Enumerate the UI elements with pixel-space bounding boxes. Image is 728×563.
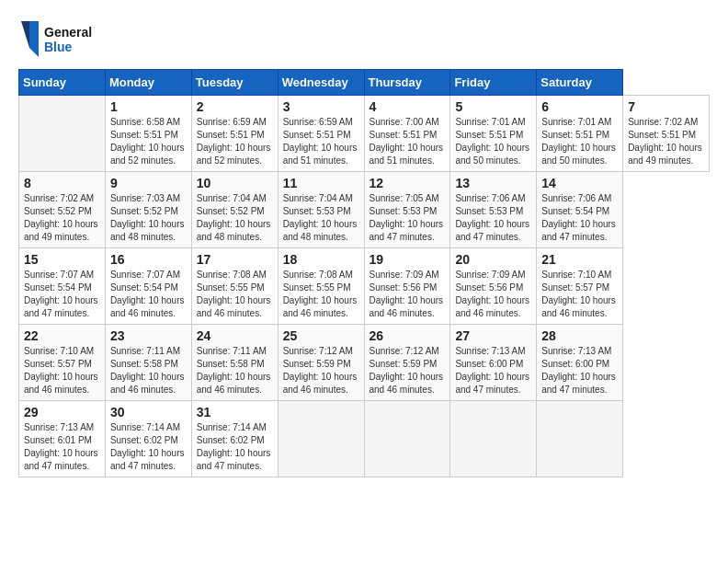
day-number: 13 (455, 176, 531, 190)
day-number: 31 (197, 405, 273, 419)
page-header: GeneralBlue (18, 18, 710, 60)
calendar-day-cell: 22Sunrise: 7:10 AM Sunset: 5:57 PM Dayli… (19, 325, 106, 401)
calendar-week-row: 1Sunrise: 6:58 AM Sunset: 5:51 PM Daylig… (19, 96, 710, 172)
calendar-day-cell: 11Sunrise: 7:04 AM Sunset: 5:53 PM Dayli… (278, 172, 364, 248)
day-number: 30 (110, 405, 187, 419)
calendar-day-cell (537, 401, 623, 477)
calendar-day-cell: 29Sunrise: 7:13 AM Sunset: 6:01 PM Dayli… (19, 401, 106, 477)
calendar-day-cell: 30Sunrise: 7:14 AM Sunset: 6:02 PM Dayli… (105, 401, 191, 477)
day-number: 1 (110, 99, 187, 114)
calendar-day-cell: 15Sunrise: 7:07 AM Sunset: 5:54 PM Dayli… (19, 248, 106, 325)
day-number: 2 (197, 99, 273, 114)
calendar-day-cell: 5Sunrise: 7:01 AM Sunset: 5:51 PM Daylig… (450, 96, 537, 172)
day-info: Sunrise: 6:59 AM Sunset: 5:51 PM Dayligh… (283, 116, 359, 167)
day-info: Sunrise: 7:07 AM Sunset: 5:54 PM Dayligh… (24, 269, 100, 320)
calendar-week-row: 15Sunrise: 7:07 AM Sunset: 5:54 PM Dayli… (19, 248, 710, 325)
day-number: 10 (197, 176, 273, 190)
calendar-day-cell: 27Sunrise: 7:13 AM Sunset: 6:00 PM Dayli… (450, 325, 537, 401)
day-number: 18 (283, 252, 359, 267)
day-number: 23 (110, 328, 187, 343)
svg-text:Blue: Blue (44, 40, 73, 54)
calendar-day-cell: 31Sunrise: 7:14 AM Sunset: 6:02 PM Dayli… (191, 401, 278, 477)
day-info: Sunrise: 7:11 AM Sunset: 5:58 PM Dayligh… (110, 345, 187, 396)
day-info: Sunrise: 7:08 AM Sunset: 5:55 PM Dayligh… (197, 269, 273, 320)
calendar-day-cell: 28Sunrise: 7:13 AM Sunset: 6:00 PM Dayli… (537, 325, 623, 401)
calendar-header-row: SundayMondayTuesdayWednesdayThursdayFrid… (19, 70, 710, 96)
calendar-day-cell: 19Sunrise: 7:09 AM Sunset: 5:56 PM Dayli… (364, 248, 450, 325)
day-info: Sunrise: 7:04 AM Sunset: 5:53 PM Dayligh… (283, 192, 359, 244)
calendar-day-cell: 7Sunrise: 7:02 AM Sunset: 5:51 PM Daylig… (623, 96, 710, 172)
calendar-day-cell: 20Sunrise: 7:09 AM Sunset: 5:56 PM Dayli… (450, 248, 537, 325)
day-of-week-header: Sunday (19, 70, 106, 96)
day-number: 17 (197, 252, 273, 267)
day-number: 14 (541, 176, 618, 190)
day-number: 11 (283, 176, 359, 190)
svg-marker-0 (29, 21, 39, 57)
calendar-week-row: 22Sunrise: 7:10 AM Sunset: 5:57 PM Dayli… (19, 325, 710, 401)
day-info: Sunrise: 7:08 AM Sunset: 5:55 PM Dayligh… (283, 269, 359, 320)
logo-svg: GeneralBlue (18, 18, 101, 60)
day-of-week-header: Wednesday (278, 70, 364, 96)
empty-cell (19, 96, 106, 172)
calendar-day-cell: 3Sunrise: 6:59 AM Sunset: 5:51 PM Daylig… (278, 96, 364, 172)
day-info: Sunrise: 7:10 AM Sunset: 5:57 PM Dayligh… (24, 345, 100, 396)
day-info: Sunrise: 7:01 AM Sunset: 5:51 PM Dayligh… (541, 116, 618, 167)
day-number: 21 (541, 252, 618, 267)
calendar-day-cell: 23Sunrise: 7:11 AM Sunset: 5:58 PM Dayli… (105, 325, 191, 401)
day-info: Sunrise: 7:12 AM Sunset: 5:59 PM Dayligh… (283, 345, 359, 396)
day-info: Sunrise: 6:58 AM Sunset: 5:51 PM Dayligh… (110, 116, 187, 167)
calendar-week-row: 8Sunrise: 7:02 AM Sunset: 5:52 PM Daylig… (19, 172, 710, 248)
day-info: Sunrise: 7:01 AM Sunset: 5:51 PM Dayligh… (455, 116, 531, 167)
day-info: Sunrise: 7:14 AM Sunset: 6:02 PM Dayligh… (110, 421, 187, 473)
day-info: Sunrise: 7:09 AM Sunset: 5:56 PM Dayligh… (370, 269, 446, 320)
day-info: Sunrise: 7:07 AM Sunset: 5:54 PM Dayligh… (110, 269, 187, 320)
day-info: Sunrise: 7:05 AM Sunset: 5:53 PM Dayligh… (370, 192, 446, 244)
svg-text:General: General (44, 25, 92, 40)
calendar-week-row: 29Sunrise: 7:13 AM Sunset: 6:01 PM Dayli… (19, 401, 710, 477)
calendar-day-cell: 6Sunrise: 7:01 AM Sunset: 5:51 PM Daylig… (537, 96, 623, 172)
day-info: Sunrise: 7:06 AM Sunset: 5:53 PM Dayligh… (455, 192, 531, 244)
day-number: 29 (24, 405, 100, 419)
day-info: Sunrise: 7:11 AM Sunset: 5:58 PM Dayligh… (197, 345, 273, 396)
calendar-day-cell: 10Sunrise: 7:04 AM Sunset: 5:52 PM Dayli… (191, 172, 278, 248)
calendar-day-cell: 8Sunrise: 7:02 AM Sunset: 5:52 PM Daylig… (19, 172, 106, 248)
day-number: 4 (370, 99, 446, 114)
day-of-week-header: Thursday (364, 70, 450, 96)
day-number: 6 (541, 99, 618, 114)
day-number: 27 (455, 328, 531, 343)
calendar-day-cell: 26Sunrise: 7:12 AM Sunset: 5:59 PM Dayli… (364, 325, 450, 401)
day-info: Sunrise: 7:09 AM Sunset: 5:56 PM Dayligh… (455, 269, 531, 320)
day-number: 28 (541, 328, 618, 343)
calendar-day-cell: 1Sunrise: 6:58 AM Sunset: 5:51 PM Daylig… (105, 96, 191, 172)
day-number: 15 (24, 252, 100, 267)
day-number: 12 (370, 176, 446, 190)
day-number: 26 (370, 328, 446, 343)
day-of-week-header: Monday (105, 70, 191, 96)
day-number: 8 (24, 176, 100, 190)
day-number: 9 (110, 176, 187, 190)
day-number: 22 (24, 328, 100, 343)
day-info: Sunrise: 7:02 AM Sunset: 5:51 PM Dayligh… (628, 116, 704, 167)
day-number: 7 (628, 99, 704, 114)
calendar-day-cell: 9Sunrise: 7:03 AM Sunset: 5:52 PM Daylig… (105, 172, 191, 248)
calendar-day-cell: 18Sunrise: 7:08 AM Sunset: 5:55 PM Dayli… (278, 248, 364, 325)
calendar-day-cell: 17Sunrise: 7:08 AM Sunset: 5:55 PM Dayli… (191, 248, 278, 325)
day-of-week-header: Friday (450, 70, 537, 96)
calendar-day-cell: 13Sunrise: 7:06 AM Sunset: 5:53 PM Dayli… (450, 172, 537, 248)
calendar-day-cell (278, 401, 364, 477)
calendar-day-cell: 4Sunrise: 7:00 AM Sunset: 5:51 PM Daylig… (364, 96, 450, 172)
day-number: 3 (283, 99, 359, 114)
day-of-week-header: Tuesday (191, 70, 278, 96)
calendar-day-cell: 21Sunrise: 7:10 AM Sunset: 5:57 PM Dayli… (537, 248, 623, 325)
svg-marker-1 (21, 21, 29, 48)
calendar-day-cell (450, 401, 537, 477)
day-number: 5 (455, 99, 531, 114)
day-info: Sunrise: 7:03 AM Sunset: 5:52 PM Dayligh… (110, 192, 187, 244)
calendar-day-cell: 25Sunrise: 7:12 AM Sunset: 5:59 PM Dayli… (278, 325, 364, 401)
day-number: 20 (455, 252, 531, 267)
calendar-day-cell: 16Sunrise: 7:07 AM Sunset: 5:54 PM Dayli… (105, 248, 191, 325)
calendar-day-cell: 12Sunrise: 7:05 AM Sunset: 5:53 PM Dayli… (364, 172, 450, 248)
day-info: Sunrise: 7:13 AM Sunset: 6:00 PM Dayligh… (455, 345, 531, 396)
day-number: 24 (197, 328, 273, 343)
day-info: Sunrise: 7:10 AM Sunset: 5:57 PM Dayligh… (541, 269, 618, 320)
